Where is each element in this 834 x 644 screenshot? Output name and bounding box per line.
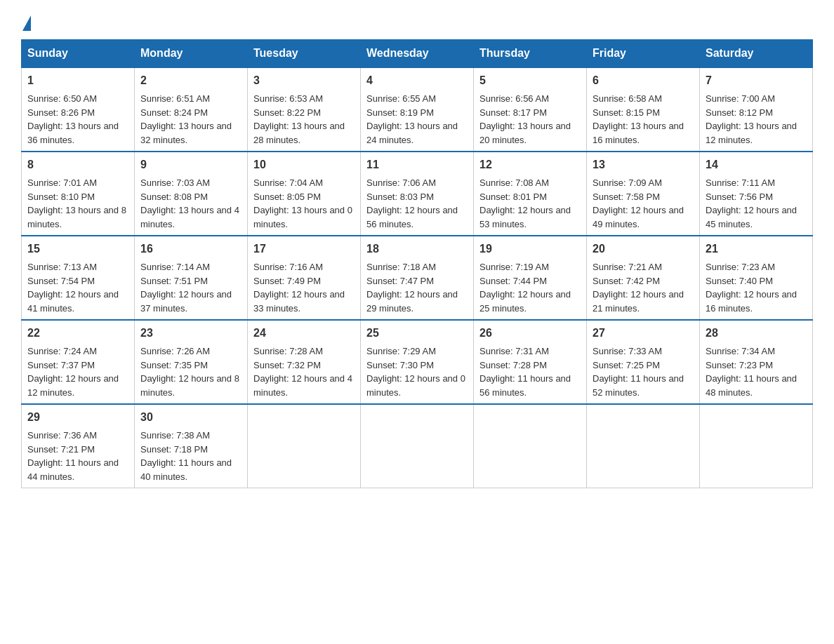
calendar-week-row: 29Sunrise: 7:36 AMSunset: 7:21 PMDayligh… (22, 404, 813, 488)
day-info: Sunrise: 6:50 AMSunset: 8:26 PMDaylight:… (27, 93, 119, 145)
calendar-cell: 16Sunrise: 7:14 AMSunset: 7:51 PMDayligh… (135, 236, 248, 320)
calendar-week-row: 1Sunrise: 6:50 AMSunset: 8:26 PMDaylight… (22, 67, 813, 152)
calendar-cell: 9Sunrise: 7:03 AMSunset: 8:08 PMDaylight… (135, 152, 248, 236)
calendar-cell (361, 404, 474, 488)
calendar-cell: 2Sunrise: 6:51 AMSunset: 8:24 PMDaylight… (135, 67, 248, 152)
day-info: Sunrise: 7:11 AMSunset: 7:56 PMDaylight:… (706, 177, 797, 229)
calendar-cell: 4Sunrise: 6:55 AMSunset: 8:19 PMDaylight… (361, 67, 474, 152)
day-number: 30 (140, 409, 241, 426)
calendar-cell: 19Sunrise: 7:19 AMSunset: 7:44 PMDayligh… (474, 236, 587, 320)
calendar-week-row: 8Sunrise: 7:01 AMSunset: 8:10 PMDaylight… (22, 152, 813, 236)
day-info: Sunrise: 7:36 AMSunset: 7:21 PMDaylight:… (27, 430, 119, 482)
calendar-cell: 17Sunrise: 7:16 AMSunset: 7:49 PMDayligh… (248, 236, 361, 320)
day-number: 10 (253, 156, 355, 173)
day-number: 22 (27, 325, 128, 342)
calendar-cell: 18Sunrise: 7:18 AMSunset: 7:47 PMDayligh… (361, 236, 474, 320)
day-info: Sunrise: 7:00 AMSunset: 8:12 PMDaylight:… (706, 93, 797, 145)
calendar-cell: 15Sunrise: 7:13 AMSunset: 7:54 PMDayligh… (22, 236, 135, 320)
day-info: Sunrise: 7:33 AMSunset: 7:25 PMDaylight:… (593, 346, 684, 398)
calendar-cell: 1Sunrise: 6:50 AMSunset: 8:26 PMDaylight… (22, 67, 135, 152)
calendar-cell: 30Sunrise: 7:38 AMSunset: 7:18 PMDayligh… (135, 404, 248, 488)
page-header (21, 14, 813, 32)
day-number: 13 (593, 156, 694, 173)
day-info: Sunrise: 7:38 AMSunset: 7:18 PMDaylight:… (140, 430, 232, 482)
day-info: Sunrise: 7:04 AMSunset: 8:05 PMDaylight:… (253, 177, 352, 229)
day-info: Sunrise: 7:19 AMSunset: 7:44 PMDaylight:… (479, 262, 571, 314)
header-tuesday: Tuesday (248, 40, 361, 68)
day-number: 2 (140, 72, 241, 89)
header-monday: Monday (135, 40, 248, 68)
day-info: Sunrise: 7:21 AMSunset: 7:42 PMDaylight:… (593, 262, 684, 314)
calendar-cell: 26Sunrise: 7:31 AMSunset: 7:28 PMDayligh… (474, 320, 587, 404)
day-info: Sunrise: 7:34 AMSunset: 7:23 PMDaylight:… (706, 346, 797, 398)
calendar-cell: 14Sunrise: 7:11 AMSunset: 7:56 PMDayligh… (700, 152, 813, 236)
day-info: Sunrise: 7:26 AMSunset: 7:35 PMDaylight:… (140, 346, 239, 398)
calendar-cell: 20Sunrise: 7:21 AMSunset: 7:42 PMDayligh… (587, 236, 700, 320)
day-info: Sunrise: 6:58 AMSunset: 8:15 PMDaylight:… (593, 93, 684, 145)
header-friday: Friday (587, 40, 700, 68)
logo-triangle-icon (22, 15, 31, 31)
calendar-cell: 11Sunrise: 7:06 AMSunset: 8:03 PMDayligh… (361, 152, 474, 236)
day-info: Sunrise: 7:16 AMSunset: 7:49 PMDaylight:… (253, 262, 345, 314)
day-number: 4 (366, 72, 468, 89)
day-info: Sunrise: 7:09 AMSunset: 7:58 PMDaylight:… (593, 177, 684, 229)
day-info: Sunrise: 7:31 AMSunset: 7:28 PMDaylight:… (479, 346, 571, 398)
calendar-cell (587, 404, 700, 488)
day-number: 8 (27, 156, 128, 173)
logo (21, 14, 32, 32)
day-number: 29 (27, 409, 128, 426)
day-info: Sunrise: 7:23 AMSunset: 7:40 PMDaylight:… (706, 262, 797, 314)
header-sunday: Sunday (22, 40, 135, 68)
calendar-cell: 24Sunrise: 7:28 AMSunset: 7:32 PMDayligh… (248, 320, 361, 404)
day-number: 14 (706, 156, 807, 173)
day-number: 16 (140, 241, 241, 257)
calendar-cell: 21Sunrise: 7:23 AMSunset: 7:40 PMDayligh… (700, 236, 813, 320)
day-number: 26 (479, 325, 581, 342)
day-info: Sunrise: 6:56 AMSunset: 8:17 PMDaylight:… (479, 93, 571, 145)
day-number: 5 (479, 72, 581, 89)
day-number: 3 (253, 72, 355, 89)
day-number: 12 (479, 156, 581, 173)
calendar-cell: 10Sunrise: 7:04 AMSunset: 8:05 PMDayligh… (248, 152, 361, 236)
calendar-cell: 29Sunrise: 7:36 AMSunset: 7:21 PMDayligh… (22, 404, 135, 488)
day-info: Sunrise: 6:53 AMSunset: 8:22 PMDaylight:… (253, 93, 345, 145)
calendar-cell (700, 404, 813, 488)
day-number: 24 (253, 325, 355, 342)
day-number: 20 (593, 241, 694, 257)
day-info: Sunrise: 7:28 AMSunset: 7:32 PMDaylight:… (253, 346, 352, 398)
day-info: Sunrise: 7:06 AMSunset: 8:03 PMDaylight:… (366, 177, 458, 229)
day-info: Sunrise: 7:29 AMSunset: 7:30 PMDaylight:… (366, 346, 465, 398)
day-info: Sunrise: 7:01 AMSunset: 8:10 PMDaylight:… (27, 177, 126, 229)
calendar-cell: 22Sunrise: 7:24 AMSunset: 7:37 PMDayligh… (22, 320, 135, 404)
day-number: 21 (706, 241, 807, 257)
calendar-cell: 23Sunrise: 7:26 AMSunset: 7:35 PMDayligh… (135, 320, 248, 404)
header-thursday: Thursday (474, 40, 587, 68)
day-info: Sunrise: 7:18 AMSunset: 7:47 PMDaylight:… (366, 262, 458, 314)
calendar-header-row: SundayMondayTuesdayWednesdayThursdayFrid… (22, 40, 813, 68)
day-info: Sunrise: 7:14 AMSunset: 7:51 PMDaylight:… (140, 262, 232, 314)
calendar-cell: 28Sunrise: 7:34 AMSunset: 7:23 PMDayligh… (700, 320, 813, 404)
calendar-cell: 12Sunrise: 7:08 AMSunset: 8:01 PMDayligh… (474, 152, 587, 236)
calendar-week-row: 22Sunrise: 7:24 AMSunset: 7:37 PMDayligh… (22, 320, 813, 404)
day-number: 25 (366, 325, 468, 342)
day-number: 1 (27, 72, 128, 89)
calendar-week-row: 15Sunrise: 7:13 AMSunset: 7:54 PMDayligh… (22, 236, 813, 320)
calendar-table: SundayMondayTuesdayWednesdayThursdayFrid… (21, 39, 813, 488)
day-number: 23 (140, 325, 241, 342)
day-number: 19 (479, 241, 581, 257)
header-saturday: Saturday (700, 40, 813, 68)
day-number: 27 (593, 325, 694, 342)
calendar-cell: 6Sunrise: 6:58 AMSunset: 8:15 PMDaylight… (587, 67, 700, 152)
calendar-cell: 3Sunrise: 6:53 AMSunset: 8:22 PMDaylight… (248, 67, 361, 152)
calendar-cell (474, 404, 587, 488)
day-info: Sunrise: 7:24 AMSunset: 7:37 PMDaylight:… (27, 346, 119, 398)
day-info: Sunrise: 7:13 AMSunset: 7:54 PMDaylight:… (27, 262, 119, 314)
calendar-cell (248, 404, 361, 488)
header-wednesday: Wednesday (361, 40, 474, 68)
day-number: 6 (593, 72, 694, 89)
calendar-cell: 13Sunrise: 7:09 AMSunset: 7:58 PMDayligh… (587, 152, 700, 236)
calendar-cell: 8Sunrise: 7:01 AMSunset: 8:10 PMDaylight… (22, 152, 135, 236)
calendar-cell: 25Sunrise: 7:29 AMSunset: 7:30 PMDayligh… (361, 320, 474, 404)
day-info: Sunrise: 6:55 AMSunset: 8:19 PMDaylight:… (366, 93, 458, 145)
day-number: 28 (706, 325, 807, 342)
